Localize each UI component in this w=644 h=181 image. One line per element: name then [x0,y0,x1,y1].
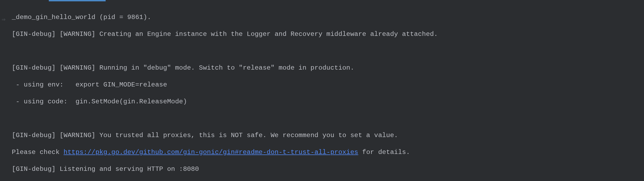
console-blank-line [12,43,644,59]
tab-bar [0,0,644,2]
gutter-marker: ⇒ [2,16,6,23]
console-line: [GIN-debug] Listening and serving HTTP o… [12,161,644,178]
console-line: _demo_gin_hello_world (pid = 9861). [12,9,644,26]
console-output[interactable]: _demo_gin_hello_world (pid = 9861). [GIN… [11,2,644,181]
console-line: [GIN-debug] [WARNING] You trusted all pr… [12,127,644,144]
console-line: - using env: export GIN_MODE=release [12,76,644,93]
console-line: [GIN-debug] [WARNING] Running in "debug"… [12,59,644,76]
active-tab-indicator [49,0,106,1]
link-prefix: Please check [12,149,64,156]
gutter: ⇒ [0,2,11,181]
console-line: - using code: gin.SetMode(gin.ReleaseMod… [12,93,644,110]
link-suffix: for details. [358,149,410,156]
console-line: [GIN-debug] [WARNING] Creating an Engine… [12,26,644,43]
proxy-docs-link[interactable]: https://pkg.go.dev/github.com/gin-gonic/… [64,149,358,156]
console-blank-line [12,110,644,127]
console-line-with-link: Please check https://pkg.go.dev/github.c… [12,144,644,161]
